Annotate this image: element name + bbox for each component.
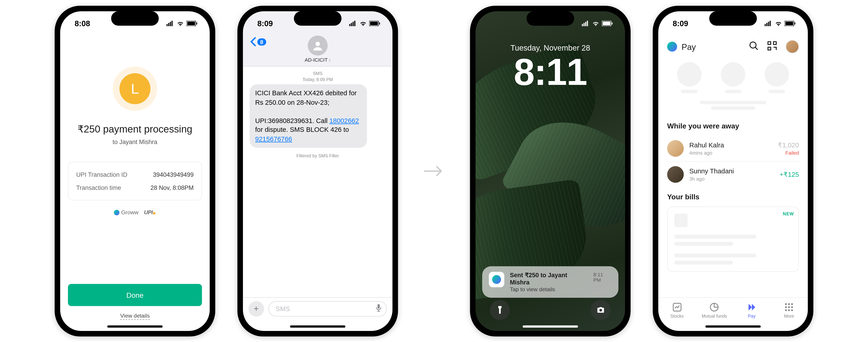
flow-arrow-icon	[420, 157, 448, 185]
processing-icon-halo: L	[113, 66, 157, 111]
processing-icon: L	[119, 73, 150, 104]
svg-rect-0	[166, 24, 168, 26]
skeleton-bar	[700, 101, 766, 104]
search-icon[interactable]	[749, 41, 758, 53]
svg-point-14	[315, 41, 320, 46]
contact-bubble-skeleton	[677, 62, 702, 93]
svg-rect-1	[168, 23, 169, 26]
status-time: 8:09	[257, 19, 273, 28]
svg-rect-24	[765, 24, 766, 26]
view-details-link[interactable]: View details	[120, 313, 150, 320]
notch	[294, 11, 342, 26]
svg-rect-40	[785, 306, 787, 308]
message-input[interactable]: SMS	[268, 301, 387, 316]
message-thread[interactable]: SMS Today, 8:09 PM ICICI Bank Acct XX426…	[243, 66, 393, 297]
svg-rect-38	[788, 303, 790, 305]
phone-lockscreen: Tuesday, November 28 8:11 Sent ₹250 to J…	[470, 6, 631, 336]
brand-row: Groww UPI	[114, 209, 156, 215]
notification-subtitle: Tap to view details	[510, 286, 588, 292]
lock-time: 8:11	[475, 50, 625, 93]
thread-meta: SMS	[250, 71, 386, 76]
block-phone-link[interactable]: 9215676766	[255, 135, 292, 143]
sms-filter-label: Filtered by SMS Filter	[250, 153, 386, 159]
svg-rect-32	[768, 41, 771, 44]
svg-rect-29	[785, 22, 793, 25]
tab-pay[interactable]: Pay	[733, 302, 770, 319]
activity-item[interactable]: Rahul Kalra 4mins ago ₹1,020 Failed	[667, 136, 799, 161]
svg-rect-41	[788, 306, 790, 308]
status-indicators	[349, 21, 380, 26]
txn-label: UPI Transaction ID	[76, 171, 127, 178]
notch	[111, 11, 159, 26]
activity-item[interactable]: Sunny Thadani 3h ago +₹125	[667, 161, 799, 187]
notification-app-icon	[489, 272, 504, 287]
section-while-you-were-away: While you were away	[667, 122, 799, 130]
activity-amount: +₹125	[780, 170, 799, 178]
app-header: Pay	[658, 35, 808, 58]
svg-rect-2	[170, 22, 171, 26]
svg-rect-13	[379, 22, 380, 24]
home-indicator[interactable]	[107, 325, 163, 328]
status-time: 8:09	[673, 19, 688, 28]
notification-title: Sent ₹250 to Jayant Mishra	[510, 272, 588, 285]
svg-rect-43	[785, 309, 787, 311]
phone-sms: 8:09 8 AD-ICICIT	[237, 6, 398, 336]
contact-bubble-skeleton	[721, 62, 745, 93]
svg-rect-44	[788, 309, 790, 311]
svg-rect-9	[352, 22, 354, 26]
svg-rect-30	[795, 22, 796, 24]
qr-scan-icon[interactable]	[767, 41, 777, 53]
notification-time: 8:11 PM	[593, 272, 612, 283]
payment-title: ₹250 payment processing	[78, 123, 192, 135]
bill-card[interactable]: NEW	[667, 206, 799, 272]
transaction-card: UPI Transaction ID 394043949499 Transact…	[68, 162, 202, 201]
svg-rect-5	[187, 22, 195, 25]
svg-rect-27	[770, 21, 771, 26]
messages-header: 8 AD-ICICIT	[243, 35, 393, 66]
activity-time: 3h ago	[689, 176, 734, 182]
home-indicator[interactable]	[290, 325, 345, 328]
svg-rect-33	[774, 41, 776, 44]
contact-header[interactable]: AD-ICICIT	[305, 35, 331, 63]
notch	[709, 11, 757, 26]
groww-logo: Groww	[114, 209, 138, 215]
tab-more[interactable]: More	[770, 302, 808, 319]
txn-value: 28 Nov, 8:08PM	[150, 184, 193, 191]
done-button[interactable]: Done	[68, 284, 202, 306]
payment-recipient: to Jayant Mishra	[113, 138, 157, 145]
svg-rect-45	[792, 309, 793, 311]
activity-time: 4mins ago	[689, 150, 724, 156]
contact-avatar-icon	[308, 35, 328, 55]
activity-amount: ₹1,020	[778, 141, 799, 149]
mic-icon[interactable]	[375, 303, 382, 314]
profile-avatar[interactable]	[786, 40, 799, 53]
svg-rect-3	[172, 21, 173, 26]
txn-row: UPI Transaction ID 394043949499	[76, 169, 193, 180]
home-indicator[interactable]	[706, 325, 761, 328]
svg-rect-8	[351, 23, 352, 26]
home-indicator[interactable]	[523, 325, 578, 328]
activity-avatar	[667, 166, 684, 183]
dispute-phone-link[interactable]: 18002662	[329, 117, 359, 125]
back-button[interactable]: 8	[250, 37, 266, 46]
svg-rect-39	[792, 303, 793, 305]
tab-mutual-funds[interactable]: Mutual funds	[696, 302, 733, 319]
tab-stocks[interactable]: Stocks	[658, 302, 695, 319]
notification-card[interactable]: Sent ₹250 to Jayant Mishra Tap to view d…	[482, 266, 618, 298]
svg-rect-34	[768, 47, 771, 49]
svg-rect-37	[785, 303, 787, 305]
sms-bubble[interactable]: ICICI Bank Acct XX426 debited for Rs 250…	[250, 84, 367, 148]
phone-payment-processing: 8:08 L ₹250 payment processing to Jayant…	[55, 6, 215, 336]
svg-rect-42	[792, 306, 793, 308]
txn-row: Transaction time 28 Nov, 8:08PM	[76, 182, 193, 193]
unread-badge: 8	[257, 38, 266, 45]
svg-rect-7	[349, 24, 350, 26]
attach-button[interactable]: +	[248, 301, 264, 316]
activity-name: Rahul Kalra	[689, 141, 724, 149]
camera-button[interactable]	[591, 300, 611, 320]
flashlight-button[interactable]	[490, 300, 510, 320]
txn-value: 394043949499	[153, 171, 194, 178]
svg-rect-6	[196, 22, 197, 24]
contact-shortcuts	[658, 58, 808, 93]
svg-rect-25	[766, 23, 767, 26]
